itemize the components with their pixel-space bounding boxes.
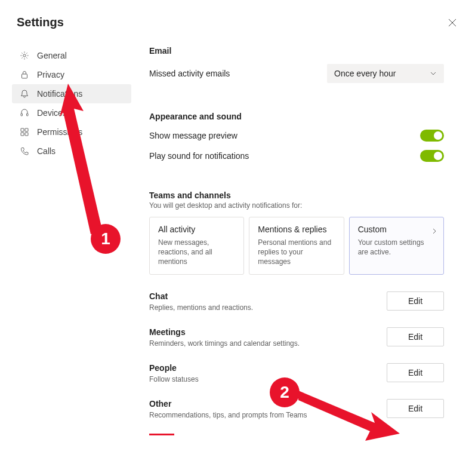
card-desc: Your custom settings are active. — [358, 238, 435, 257]
sidebar-item-label: Calls — [37, 146, 55, 156]
people-title: People — [149, 363, 387, 373]
close-button[interactable] — [446, 17, 458, 29]
lock-icon — [19, 69, 30, 80]
chat-desc: Replies, mentions and reactions. — [149, 303, 387, 312]
sidebar-item-privacy[interactable]: Privacy — [12, 65, 131, 84]
section-teams-title: Teams and channels — [149, 191, 444, 200]
people-edit-button[interactable]: Edit — [387, 363, 444, 382]
annotation-underline-other — [149, 434, 174, 435]
chat-title: Chat — [149, 291, 387, 301]
sound-toggle[interactable] — [420, 150, 444, 162]
sidebar-item-label: General — [37, 51, 67, 60]
card-desc: Personal mentions and replies to your me… — [258, 238, 335, 267]
svg-point-0 — [23, 54, 26, 57]
card-custom[interactable]: Custom Your custom settings are active. — [349, 217, 444, 275]
phone-icon — [19, 146, 30, 156]
card-title: Mentions & replies — [258, 225, 335, 234]
people-desc: Follow statuses — [149, 375, 387, 383]
sidebar-item-general[interactable]: General — [12, 46, 131, 65]
sound-label: Play sound for notifications — [149, 151, 249, 161]
svg-rect-1 — [22, 74, 27, 78]
missed-emails-label: Missed activity emails — [149, 69, 230, 78]
chevron-right-icon — [431, 226, 437, 237]
chat-edit-button[interactable]: Edit — [387, 291, 444, 311]
meetings-edit-button[interactable]: Edit — [387, 327, 444, 346]
chevron-down-icon — [430, 70, 437, 77]
card-all-activity[interactable]: All activity New messages, reactions, an… — [149, 217, 244, 275]
meetings-title: Meetings — [149, 327, 387, 337]
preview-label: Show message preview — [149, 131, 237, 140]
svg-rect-6 — [21, 133, 24, 136]
svg-rect-7 — [25, 133, 28, 136]
card-mentions-replies[interactable]: Mentions & replies Personal mentions and… — [249, 217, 344, 275]
svg-rect-4 — [21, 128, 24, 131]
bell-icon — [19, 88, 30, 99]
main-content: Email Missed activity emails Once every … — [131, 35, 475, 447]
card-desc: New messages, reactions, and all mention… — [158, 238, 235, 267]
page-title: Settings — [17, 16, 64, 29]
svg-rect-3 — [27, 113, 29, 116]
section-email-title: Email — [149, 46, 444, 56]
gear-icon — [19, 50, 30, 61]
header: Settings — [0, 0, 475, 35]
teams-subtitle: You will get desktop and activity notifi… — [149, 201, 444, 210]
annotation-arrow-2 — [298, 388, 400, 442]
headset-icon — [19, 108, 30, 118]
meetings-desc: Reminders, work timings and calendar set… — [149, 339, 387, 348]
dropdown-value: Once every hour — [334, 69, 396, 78]
preview-toggle[interactable] — [420, 130, 444, 142]
missed-emails-dropdown[interactable]: Once every hour — [327, 64, 444, 83]
annotation-badge-2: 2 — [270, 377, 300, 407]
apps-icon — [19, 127, 30, 137]
card-title: All activity — [158, 225, 235, 234]
annotation-arrow-1 — [60, 84, 113, 239]
section-appearance-title: Appearance and sound — [149, 112, 444, 121]
svg-marker-8 — [60, 84, 103, 234]
svg-rect-5 — [25, 128, 28, 131]
close-icon — [448, 19, 457, 27]
sidebar-item-label: Privacy — [37, 70, 64, 79]
annotation-badge-1: 1 — [91, 224, 121, 254]
svg-rect-2 — [21, 113, 23, 116]
card-title: Custom — [358, 225, 435, 234]
svg-marker-9 — [298, 391, 400, 441]
